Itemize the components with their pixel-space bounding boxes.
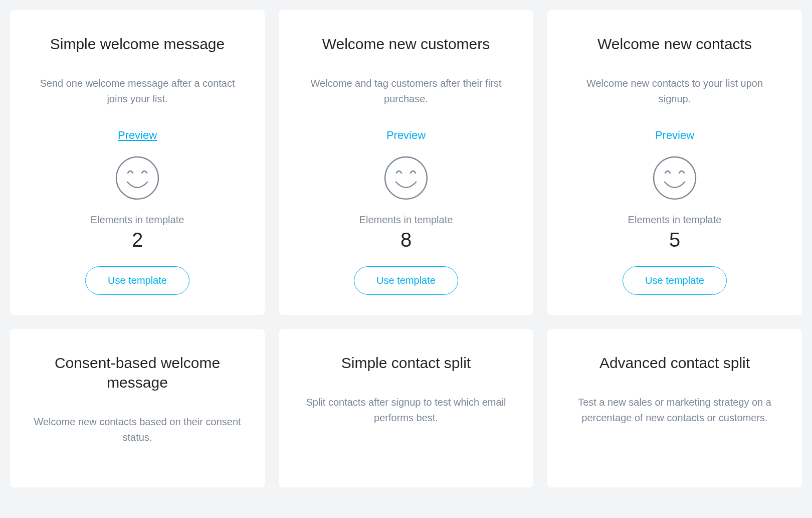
use-template-button[interactable]: Use template (85, 266, 189, 295)
use-template-button[interactable]: Use template (623, 266, 727, 295)
card-title: Welcome new contacts (597, 34, 752, 54)
card-description: Welcome new contacts to your list upon s… (569, 76, 780, 107)
card-title: Advanced contact split (599, 353, 750, 373)
template-card: Welcome new customers Welcome and tag cu… (279, 10, 533, 315)
card-description: Send one welcome message after a contact… (32, 76, 243, 107)
elements-label: Elements in template (91, 214, 184, 226)
elements-label: Elements in template (628, 214, 722, 226)
smile-icon (115, 156, 159, 200)
smile-icon (384, 156, 428, 200)
preview-link[interactable]: Preview (118, 129, 157, 142)
elements-count: 2 (132, 229, 143, 251)
elements-count: 8 (400, 229, 412, 251)
smile-icon (653, 156, 697, 200)
template-card: Simple welcome message Send one welcome … (10, 10, 265, 315)
svg-point-1 (385, 157, 427, 199)
card-description: Test a new sales or marketing strategy o… (569, 395, 780, 426)
template-card: Welcome new contacts Welcome new contact… (547, 10, 802, 315)
card-title: Simple welcome message (50, 34, 225, 54)
card-title: Consent-based welcome message (30, 353, 245, 392)
template-card: Advanced contact split Test a new sales … (547, 329, 802, 487)
elements-label: Elements in template (359, 214, 453, 226)
preview-link[interactable]: Preview (386, 129, 426, 142)
card-title: Welcome new customers (322, 34, 490, 54)
svg-point-0 (116, 157, 158, 199)
svg-point-2 (654, 157, 696, 199)
preview-link[interactable]: Preview (655, 129, 694, 142)
card-description: Welcome and tag customers after their fi… (301, 76, 511, 107)
elements-count: 5 (669, 229, 680, 251)
card-description: Welcome new contacts based on their cons… (32, 414, 243, 445)
template-card: Consent-based welcome message Welcome ne… (10, 329, 265, 487)
template-grid: Simple welcome message Send one welcome … (10, 10, 802, 487)
card-title: Simple contact split (341, 353, 471, 373)
card-description: Split contacts after signup to test whic… (301, 395, 511, 426)
template-card: Simple contact split Split contacts afte… (279, 329, 533, 487)
use-template-button[interactable]: Use template (354, 266, 458, 295)
